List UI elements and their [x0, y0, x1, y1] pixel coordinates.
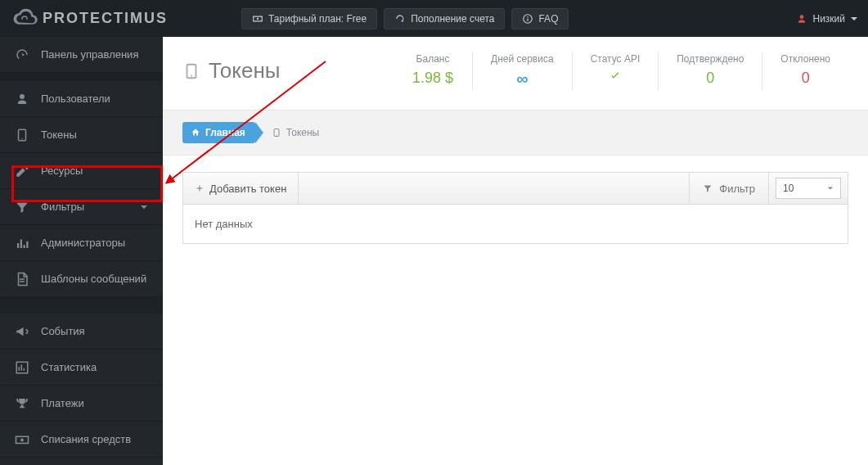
logo-icon — [10, 7, 39, 30]
stat-api: Статус API — [572, 52, 659, 90]
chart-icon — [15, 360, 29, 375]
filter-icon — [15, 200, 29, 214]
header-stats: Баланс 1.98 $ Дней сервиса ∞ Статус API … — [394, 52, 848, 90]
sidebar-item-label: Списания средств — [41, 433, 131, 445]
main-content: Токены Баланс 1.98 $ Дней сервиса ∞ Стат… — [163, 37, 868, 465]
tablet-icon — [272, 128, 281, 138]
money-icon — [252, 13, 263, 25]
refresh-icon — [394, 13, 406, 25]
sidebar-item-payments[interactable]: Платежи — [0, 386, 163, 422]
stat-declined: Отклонено 0 — [762, 52, 848, 90]
document-icon — [15, 272, 29, 287]
infinity-icon: ∞ — [491, 70, 554, 88]
home-icon — [191, 128, 200, 138]
stat-days: Дней сервиса ∞ — [472, 52, 572, 90]
tablet-icon — [15, 128, 29, 142]
sidebar-item-users[interactable]: Пользователи — [0, 81, 163, 117]
svg-point-4 — [21, 138, 23, 139]
sidebar-item-label: Токены — [41, 129, 77, 141]
topbar: PROTECTIMUS Тарифный план: Free Пополнен… — [0, 0, 868, 37]
toolbar: Добавить токен Фильтр 10 — [182, 172, 848, 205]
content-area: Добавить токен Фильтр 10 Нет данных — [163, 156, 868, 260]
sidebar: Панель управления Пользователи Токены Ре… — [0, 37, 163, 465]
sidebar-item-resources[interactable]: Ресурсы — [0, 153, 163, 189]
sidebar-item-label: Панель управления — [41, 48, 138, 61]
page-size-wrapper: 10 — [768, 173, 848, 204]
edit-icon — [15, 164, 29, 178]
stat-confirmed: Подтверждено 0 — [658, 52, 762, 90]
caret-down-icon — [850, 15, 858, 23]
svg-point-11 — [276, 135, 277, 136]
sidebar-item-label: Пользователи — [41, 93, 110, 105]
sidebar-item-filters[interactable]: Фильтры — [0, 189, 163, 225]
cash-icon — [15, 432, 29, 447]
user-menu[interactable]: Низкий — [796, 13, 858, 25]
tablet-icon — [182, 62, 200, 80]
user-icon — [15, 92, 29, 106]
brand-logo: PROTECTIMUS — [10, 7, 168, 30]
stat-balance: Баланс 1.98 $ — [394, 52, 472, 90]
filter-icon — [703, 183, 713, 193]
svg-point-1 — [528, 16, 528, 16]
svg-point-9 — [191, 74, 192, 76]
sidebar-item-events[interactable]: События — [0, 314, 163, 350]
page-title: Токены — [182, 58, 280, 84]
bars-icon — [15, 236, 29, 251]
topbar-buttons: Тарифный план: Free Пополнение счета FAQ — [241, 8, 569, 29]
topup-button[interactable]: Пополнение счета — [384, 8, 505, 29]
page-size-select[interactable]: 10 — [776, 178, 841, 199]
dashboard-icon — [15, 47, 29, 62]
breadcrumb-tokens[interactable]: Токены — [255, 122, 329, 143]
table-empty: Нет данных — [182, 205, 848, 244]
megaphone-icon — [15, 324, 29, 339]
check-icon — [606, 70, 624, 83]
caret-down-icon — [140, 203, 148, 211]
sidebar-item-charges[interactable]: Списания средств — [0, 422, 163, 458]
sidebar-item-tokens[interactable]: Токены — [0, 117, 163, 153]
sidebar-item-label: Шаблоны сообщений — [41, 273, 146, 285]
sidebar-item-label: Ресурсы — [41, 165, 83, 177]
page-header: Токены Баланс 1.98 $ Дней сервиса ∞ Стат… — [163, 37, 868, 111]
add-token-button[interactable]: Добавить токен — [183, 173, 299, 204]
plan-button[interactable]: Тарифный план: Free — [241, 8, 377, 29]
trophy-icon — [15, 396, 29, 411]
faq-button[interactable]: FAQ — [511, 8, 569, 29]
breadcrumb-home[interactable]: Главная — [182, 122, 255, 143]
sidebar-item-label: Статистика — [41, 361, 97, 373]
filter-button[interactable]: Фильтр — [689, 173, 768, 204]
sidebar-item-label: Платежи — [41, 397, 84, 409]
sidebar-item-label: События — [41, 325, 85, 337]
sidebar-item-label: Фильтры — [41, 201, 84, 213]
sidebar-item-admins[interactable]: Администраторы — [0, 225, 163, 261]
sidebar-item-templates[interactable]: Шаблоны сообщений — [0, 261, 163, 297]
svg-point-7 — [20, 438, 24, 441]
sidebar-item-dashboard[interactable]: Панель управления — [0, 37, 163, 73]
info-icon — [522, 13, 533, 25]
svg-rect-2 — [528, 18, 528, 21]
plus-icon — [195, 183, 205, 193]
user-icon — [796, 13, 807, 25]
sidebar-item-stats[interactable]: Статистика — [0, 350, 163, 386]
sidebar-item-label: Администраторы — [41, 237, 125, 249]
breadcrumb: Главная Токены — [163, 111, 868, 156]
caret-down-icon — [827, 185, 834, 192]
